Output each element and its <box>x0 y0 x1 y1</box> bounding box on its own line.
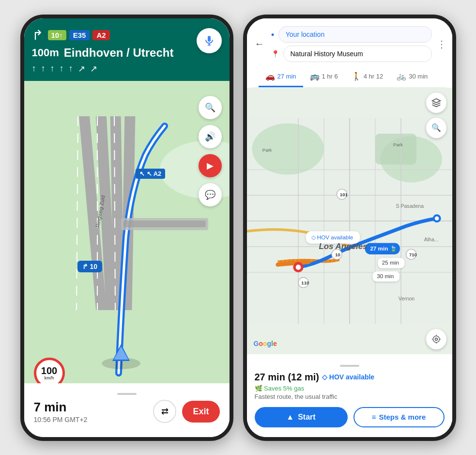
bus-icon: 🚌 <box>310 72 320 81</box>
incident-button[interactable]: ▶ <box>199 154 222 177</box>
mic-icon <box>203 35 215 47</box>
svg-text:110: 110 <box>301 280 309 285</box>
map-search-button[interactable]: 🔍 <box>426 118 446 138</box>
dir-screen: ← ● Your location 📍 Natural History Muse… <box>247 18 452 437</box>
nav-screen: ↱ 10↑ E35 A2 100m Eindhoven / Utrecht ↑ … <box>24 18 230 437</box>
dest-pin-icon: 📍 <box>271 50 279 58</box>
turn-arrow-icon: ↱ <box>32 27 43 43</box>
svg-rect-21 <box>375 133 416 164</box>
hov-label: ◇ HOV available <box>322 373 374 381</box>
walking-time: 4 hr 12 <box>364 73 383 80</box>
mic-button[interactable] <box>197 28 222 53</box>
steps-more-button[interactable]: ≡ Steps & more <box>353 407 445 427</box>
svg-point-35 <box>434 216 438 220</box>
badge-10: 10↑ <box>48 30 66 40</box>
nav-destination: Eindhoven / Utrecht <box>64 46 174 60</box>
search-button[interactable]: 🔍 <box>199 96 222 119</box>
route-summary: 27 min (12 mi) ◇ HOV available <box>255 372 445 383</box>
tab-transit[interactable]: 🚌 1 hr 6 <box>303 67 345 87</box>
transport-tabs: 🚗 27 min 🚌 1 hr 6 🚶 4 hr 12 🚲 30 min <box>253 67 446 88</box>
svg-point-59 <box>433 336 439 342</box>
exit-navigation-button[interactable]: Exit <box>182 401 219 423</box>
svg-text:27 min 🍃: 27 min 🍃 <box>370 245 397 252</box>
layers-button[interactable] <box>426 93 446 113</box>
nav-bottom-bar: 7 min 10:56 PM GMT+2 ⇄ Exit <box>24 383 230 437</box>
tab-cycling[interactable]: 🚲 30 min <box>390 67 434 87</box>
origin-input[interactable]: Your location <box>286 31 324 38</box>
road-badges: 10↑ E35 A2 <box>48 30 110 40</box>
nav-side-buttons: 🔍 🔊 ▶ 💬 <box>199 96 222 206</box>
origin-dot-icon: ● <box>271 31 275 38</box>
locate-icon <box>431 334 441 344</box>
steps-label: Steps & more <box>379 413 426 421</box>
start-navigation-button[interactable]: ▲ Start <box>255 407 348 427</box>
more-options-button[interactable]: ⋮ <box>437 38 446 50</box>
dir-bottom-panel: 27 min (12 mi) ◇ HOV available 🌿 Saves 5… <box>247 354 452 437</box>
svg-text:Vernon: Vernon <box>398 296 415 301</box>
svg-rect-0 <box>208 36 211 42</box>
tab-driving[interactable]: 🚗 27 min <box>259 67 303 87</box>
svg-text:Park: Park <box>262 147 272 152</box>
svg-text:Park: Park <box>393 142 403 147</box>
svg-text:Los Angeles: Los Angeles <box>319 242 367 251</box>
drag-handle-dir[interactable] <box>340 365 359 367</box>
steps-icon: ≡ <box>372 413 376 421</box>
back-button[interactable]: ← <box>253 36 266 51</box>
layers-icon <box>431 98 441 108</box>
cycling-time: 30 min <box>409 73 428 80</box>
dir-header: ← ● Your location 📍 Natural History Muse… <box>247 18 452 88</box>
svg-text:S Pasadena: S Pasadena <box>396 203 424 209</box>
map-right-buttons: 🔍 <box>426 93 446 138</box>
google-logo: Google <box>254 340 277 347</box>
drag-handle[interactable] <box>117 393 137 395</box>
bike-icon: 🚲 <box>397 72 406 81</box>
svg-text:710: 710 <box>409 252 416 257</box>
svg-point-58 <box>435 338 437 340</box>
road10-label: ↱ 10 <box>77 261 103 272</box>
add-stop-button[interactable]: 💬 <box>199 183 222 206</box>
audio-button[interactable]: 🔊 <box>199 125 222 148</box>
la-map-svg: ◇ HOV available 27 min 🍃 25 min 30 min L… <box>247 88 452 354</box>
svg-point-33 <box>295 265 301 270</box>
destination-input[interactable]: Natural History Museum <box>291 50 363 58</box>
nav-distance: 100m <box>32 47 59 59</box>
driving-time: 27 min <box>277 73 296 80</box>
nav-action-buttons: ⇄ Exit <box>153 400 219 423</box>
fuel-savings: 🌿 Saves 5% gas <box>255 385 445 392</box>
badge-a2: A2 <box>92 30 109 40</box>
locate-me-button[interactable] <box>426 329 446 349</box>
nav-header: ↱ 10↑ E35 A2 100m Eindhoven / Utrecht ↑ … <box>24 18 230 81</box>
left-phone: ↱ 10↑ E35 A2 100m Eindhoven / Utrecht ↑ … <box>20 15 233 441</box>
start-icon: ▲ <box>286 413 294 422</box>
nav-eta: 7 min <box>34 400 88 415</box>
direction-map[interactable]: ◇ HOV available 27 min 🍃 25 min 30 min L… <box>247 88 452 354</box>
badge-e35: E35 <box>69 30 90 40</box>
nav-eta-info: 7 min 10:56 PM GMT+2 <box>34 400 88 424</box>
walk-icon: 🚶 <box>352 72 361 81</box>
svg-text:30 min: 30 min <box>377 272 394 279</box>
route-description: Fastest route, the usual traffic <box>255 393 445 400</box>
nav-arrows: ↑ ↑ ↑ ↑ ↑ ↗ ↗ <box>32 63 222 74</box>
speed-unit: km/h <box>45 376 54 380</box>
svg-text:◇ HOV available: ◇ HOV available <box>311 234 353 240</box>
a2-label: ↖ ↖ A2 <box>136 169 166 179</box>
svg-text:101: 101 <box>339 192 348 197</box>
route-action-buttons: ▲ Start ≡ Steps & more <box>255 407 445 427</box>
right-phone: ← ● Your location 📍 Natural History Muse… <box>243 15 456 441</box>
route-options-button[interactable]: ⇄ <box>153 400 176 423</box>
transit-time: 1 hr 6 <box>322 73 338 80</box>
speed-value: 100 <box>41 366 57 376</box>
svg-rect-14 <box>123 220 206 227</box>
nav-arrival-time: 10:56 PM GMT+2 <box>34 416 88 424</box>
tab-walking[interactable]: 🚶 4 hr 12 <box>345 67 390 87</box>
start-label: Start <box>298 413 315 422</box>
svg-text:Alha...: Alha... <box>424 236 438 242</box>
car-icon: 🚗 <box>265 72 275 81</box>
svg-text:25 min: 25 min <box>382 259 399 266</box>
route-time-distance: 27 min (12 mi) <box>255 372 319 383</box>
svg-text:10: 10 <box>335 252 340 257</box>
